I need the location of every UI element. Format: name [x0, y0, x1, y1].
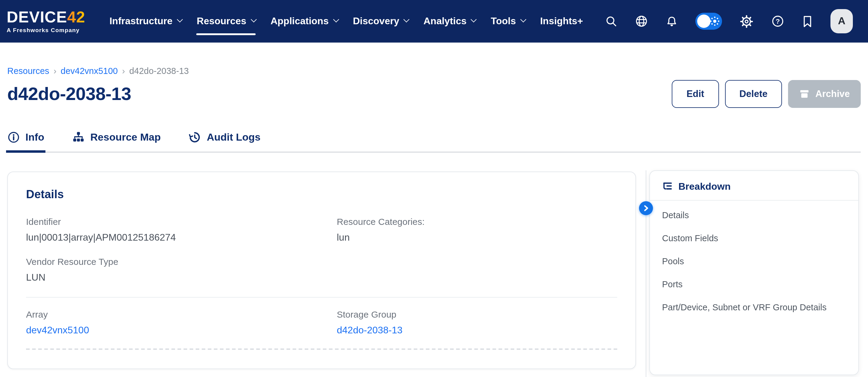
breadcrumb-link-resources[interactable]: Resources [7, 65, 50, 76]
nav-item-applications[interactable]: Applications [262, 0, 345, 42]
resource-categories-value: lun [337, 232, 617, 243]
tab-info[interactable]: Info [7, 131, 44, 151]
nav-item-discovery[interactable]: Discovery [345, 0, 415, 42]
theme-toggle[interactable] [695, 13, 722, 30]
vendor-resource-type-value: LUN [26, 272, 617, 283]
sitemap-icon [72, 131, 85, 144]
globe-icon[interactable] [635, 14, 648, 28]
nav-item-tools[interactable]: Tools [483, 0, 532, 42]
chevron-down-icon [333, 17, 339, 23]
device42-logo[interactable]: DEVICE42 A Freshworks Company [7, 9, 85, 33]
details-row-3: Array dev42vnx5100 Storage Group d42do-2… [26, 309, 617, 336]
breakdown-items: Details Custom Fields Pools Ports Part/D… [650, 201, 858, 319]
nav-item-insights[interactable]: Insights+ [532, 0, 591, 42]
sun-icon [709, 16, 720, 27]
breakdown-item-pools[interactable]: Pools [650, 250, 858, 273]
field-identifier: Identifier lun|00013|array|APM0012518627… [26, 216, 337, 243]
svg-text:?: ? [776, 17, 780, 25]
logo-text: DEVICE [7, 8, 67, 26]
action-buttons: Edit Delete Archive [672, 80, 861, 108]
avatar-initial: A [838, 15, 845, 27]
tab-audit-logs[interactable]: Audit Logs [189, 131, 261, 151]
logo-wordmark: DEVICE42 [7, 9, 85, 25]
content-area: Details Identifier lun|00013|array|APM00… [7, 170, 861, 377]
top-navbar: DEVICE42 A Freshworks Company Infrastruc… [0, 0, 868, 42]
search-icon[interactable] [605, 15, 617, 27]
nav-item-infrastructure[interactable]: Infrastructure [101, 0, 189, 42]
breakdown-item-ports[interactable]: Ports [650, 273, 858, 296]
page-header-row: d42do-2038-13 Edit Delete Archive [7, 80, 861, 108]
logo-accent: 42 [67, 8, 85, 26]
breadcrumb-link-array[interactable]: dev42vnx5100 [61, 65, 118, 76]
navbar-right-tools: ? A [605, 9, 853, 33]
chevron-down-icon [471, 17, 477, 23]
archive-button[interactable]: Archive [788, 80, 861, 108]
array-link[interactable]: dev42vnx5100 [26, 325, 89, 335]
breadcrumb-separator: › [54, 65, 57, 76]
field-resource-categories: Resource Categories: lun [337, 216, 617, 243]
archive-icon [799, 88, 810, 99]
breadcrumb-separator: › [122, 65, 125, 76]
breakdown-item-part-device[interactable]: Part/Device, Subnet or VRF Group Details [650, 296, 858, 319]
avatar[interactable]: A [831, 9, 853, 33]
storage-group-link[interactable]: d42do-2038-13 [337, 325, 403, 335]
app-root: DEVICE42 A Freshworks Company Infrastruc… [0, 0, 868, 377]
breadcrumb-current: d42do-2038-13 [129, 65, 189, 76]
bookmark-icon[interactable] [802, 15, 813, 28]
breakdown-item-custom-fields[interactable]: Custom Fields [650, 227, 858, 250]
page-title: d42do-2038-13 [7, 82, 131, 106]
info-icon [7, 131, 20, 144]
field-array: Array dev42vnx5100 [26, 309, 337, 336]
breakdown-item-details[interactable]: Details [650, 204, 858, 227]
main-nav: Infrastructure Resources Applications Di… [101, 0, 591, 42]
delete-button[interactable]: Delete [725, 80, 782, 108]
history-icon [189, 131, 202, 144]
page-body: Resources › dev42vnx5100 › d42do-2038-13… [0, 42, 868, 377]
toggle-knob [697, 14, 711, 28]
help-icon[interactable]: ? [771, 14, 784, 28]
dotted-divider [26, 349, 617, 350]
breadcrumb: Resources › dev42vnx5100 › d42do-2038-13 [7, 65, 861, 76]
bell-icon[interactable] [666, 15, 678, 28]
gear-icon[interactable] [740, 14, 753, 28]
identifier-value: lun|00013|array|APM00125186274 [26, 232, 337, 243]
chevron-down-icon [177, 17, 183, 23]
edit-button[interactable]: Edit [672, 80, 719, 108]
list-tree-icon [662, 181, 673, 192]
tab-bar: Info Resource Map Audit Logs [7, 131, 861, 153]
nav-item-analytics[interactable]: Analytics [415, 0, 483, 42]
breakdown-panel: Breakdown Details Custom Fields Pools Po… [649, 170, 859, 375]
chevron-down-icon [250, 17, 256, 23]
chevron-right-icon [642, 204, 650, 212]
details-heading: Details [26, 188, 617, 201]
details-row-1: Identifier lun|00013|array|APM0012518627… [26, 216, 617, 243]
logo-tagline: A Freshworks Company [7, 27, 85, 33]
card-divider [26, 297, 617, 298]
chevron-down-icon [520, 17, 526, 23]
tab-resource-map[interactable]: Resource Map [72, 131, 160, 151]
nav-item-resources[interactable]: Resources [189, 0, 263, 42]
breakdown-header: Breakdown [650, 171, 858, 201]
collapse-panel-button[interactable] [639, 201, 653, 215]
field-storage-group: Storage Group d42do-2038-13 [337, 309, 617, 336]
details-card: Details Identifier lun|00013|array|APM00… [7, 172, 636, 369]
field-vendor-resource-type: Vendor Resource Type LUN [26, 256, 617, 283]
chevron-down-icon [403, 17, 409, 23]
breakdown-title: Breakdown [678, 181, 731, 192]
